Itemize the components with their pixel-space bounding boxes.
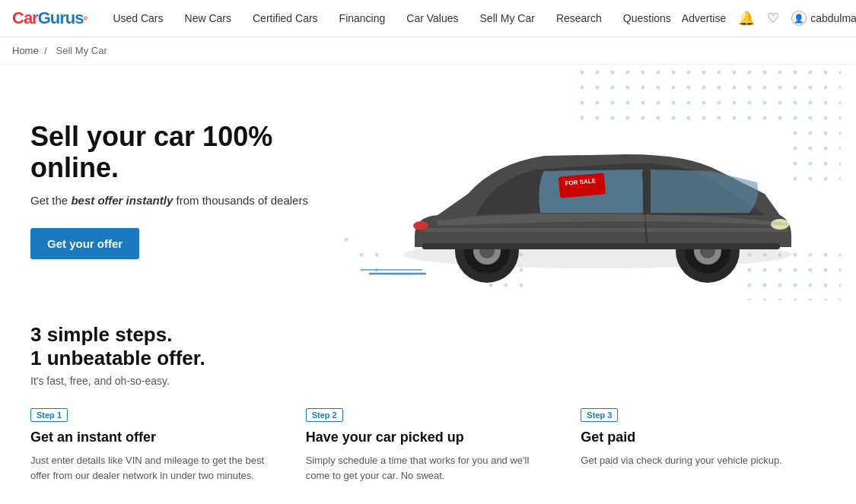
nav-link-used-cars[interactable]: Used Cars [102,0,173,37]
svg-point-144 [413,221,428,230]
svg-point-111 [748,299,752,301]
breadcrumb-separator: / [44,45,47,56]
svg-point-23 [626,86,630,90]
step-badge-1: Step 1 [30,408,68,422]
step-item-2: Step 2 Have your car picked up Simply sc… [306,408,551,483]
svg-point-77 [839,132,842,135]
step-title-1: Get an instant offer [30,430,275,445]
nav-link-sell-my-car[interactable]: Sell My Car [469,0,546,37]
hero-car-area: // dots rendered via JS below [339,65,856,308]
svg-point-13 [748,71,752,74]
svg-point-17 [809,71,813,74]
svg-point-33 [778,86,782,90]
svg-point-32 [763,86,767,90]
svg-point-35 [809,86,813,90]
hero-subtitle-bold: best offer instantly [71,194,173,207]
svg-point-25 [657,86,660,90]
steps-heading: 3 simple steps. 1 unbeatable offer. [30,323,826,370]
user-avatar-icon: 👤 [791,11,807,26]
svg-rect-148 [422,243,780,249]
bell-icon[interactable]: 🔔 [738,10,755,27]
svg-point-10 [702,71,706,74]
svg-point-15 [778,71,782,74]
logo[interactable]: CarGurus® [12,8,87,28]
svg-point-26 [672,86,676,90]
svg-point-114 [794,299,797,301]
svg-point-95 [824,253,828,257]
svg-point-18 [824,71,828,74]
svg-point-89 [839,177,842,181]
svg-point-117 [839,299,842,301]
nav-link-research[interactable]: Research [546,0,613,37]
svg-point-19 [839,71,842,74]
svg-point-81 [839,147,842,151]
svg-point-2 [581,71,584,74]
get-offer-button[interactable]: Get your offer [30,228,139,259]
svg-point-118 [345,238,348,242]
svg-point-8 [672,71,676,74]
nav-link-car-values[interactable]: Car Values [396,0,469,37]
svg-point-55 [839,101,842,105]
svg-point-11 [718,71,721,74]
logo-reg: ® [83,15,87,22]
svg-point-112 [763,299,767,301]
svg-point-76 [824,132,828,135]
hero-title: Sell your car 100% online. [30,121,320,184]
svg-point-115 [809,299,813,301]
step-badge-3: Step 3 [581,408,618,422]
hero-subtitle-prefix: Get the [30,194,71,207]
user-menu[interactable]: 👤 cabdulmassih ▾ [791,11,856,26]
logo-car: Car [12,8,38,28]
nav-link-certified-cars[interactable]: Certified Cars [242,0,329,37]
svg-point-5 [626,71,630,74]
hero-text: Sell your car 100% online. Get the best … [30,121,320,260]
svg-point-29 [718,86,721,90]
svg-point-4 [611,71,615,74]
svg-point-21 [596,86,600,90]
step-desc-3: Get paid via check during your vehicle p… [581,453,826,468]
step-badge-2: Step 2 [306,408,343,422]
svg-point-12 [733,71,737,74]
svg-point-113 [778,299,782,301]
car-illustration: FOR SALE [377,95,818,293]
logo-gurus: Gurus [38,8,84,28]
svg-point-30 [733,86,737,90]
svg-point-119 [360,253,364,257]
breadcrumb-current: Sell My Car [56,45,107,56]
svg-point-109 [824,284,828,287]
svg-point-103 [839,268,842,272]
svg-point-72 [824,116,828,120]
steps-grid: Step 1 Get an instant offer Just enter d… [30,408,826,483]
svg-point-36 [824,86,828,90]
steps-section: 3 simple steps. 1 unbeatable offer. It's… [0,308,856,504]
step-title-3: Get paid [581,430,826,445]
breadcrumb-home[interactable]: Home [12,45,39,56]
svg-point-22 [611,86,615,90]
username-label: cabdulmassih [810,12,856,24]
svg-point-73 [839,116,842,120]
steps-title-line2: 1 unbeatable offer. [30,347,826,370]
nav-links: Used CarsNew CarsCertified CarsFinancing… [102,0,681,37]
advertise-link[interactable]: Advertise [682,12,726,24]
svg-point-102 [824,268,828,272]
main-nav: CarGurus® Used CarsNew CarsCertified Car… [0,0,856,37]
step-item-1: Step 1 Get an instant offer Just enter d… [30,408,275,483]
svg-point-27 [687,86,691,90]
nav-link-new-cars[interactable]: New Cars [174,0,242,37]
svg-point-20 [581,86,584,90]
svg-point-37 [839,86,842,90]
hero-section: Sell your car 100% online. Get the best … [0,65,856,308]
heart-icon[interactable]: ♡ [767,10,779,27]
breadcrumb: Home / Sell My Car [0,37,856,65]
step-item-3: Step 3 Get paid Get paid via check durin… [581,408,826,483]
steps-title-line1: 3 simple steps. [30,323,826,347]
svg-point-110 [839,284,842,287]
step-desc-2: Simply schedule a time that works for yo… [306,453,551,483]
svg-point-80 [824,147,828,151]
nav-link-financing[interactable]: Financing [329,0,396,37]
step-desc-1: Just enter details like VIN and mileage … [30,453,275,483]
svg-point-28 [702,86,706,90]
svg-point-14 [763,71,767,74]
svg-point-31 [748,86,752,90]
nav-link-questions[interactable]: Questions [613,0,682,37]
